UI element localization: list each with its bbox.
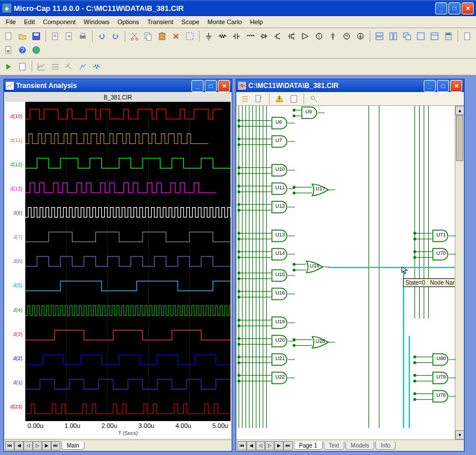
tab-text[interactable]: Text bbox=[324, 442, 344, 450]
doc4-icon[interactable] bbox=[2, 44, 15, 56]
gate-u21[interactable]: U21 bbox=[271, 353, 296, 366]
calc-icon[interactable] bbox=[442, 30, 455, 43]
delete-icon[interactable] bbox=[170, 30, 182, 43]
doc1-icon[interactable] bbox=[49, 30, 62, 43]
ground-icon[interactable] bbox=[202, 30, 215, 43]
tile-h-icon[interactable] bbox=[373, 30, 386, 43]
next-button[interactable]: ▷ bbox=[265, 441, 274, 450]
prev-page-button[interactable]: ◀ bbox=[247, 441, 256, 450]
menu-options[interactable]: Options bbox=[114, 17, 143, 26]
child-maximize-button[interactable]: □ bbox=[205, 80, 217, 92]
next-button[interactable]: ▷ bbox=[33, 441, 42, 450]
select-icon[interactable] bbox=[183, 30, 196, 43]
menu-file[interactable]: File bbox=[2, 17, 20, 26]
gate-u17[interactable]: U17 bbox=[311, 183, 336, 197]
maximize-button[interactable]: □ bbox=[448, 2, 460, 14]
child-minimize-button[interactable]: _ bbox=[424, 80, 436, 92]
probe-icon[interactable] bbox=[308, 93, 320, 105]
window-icon[interactable] bbox=[414, 30, 427, 43]
gate-u16[interactable]: U16 bbox=[271, 287, 296, 301]
child-close-button[interactable]: ✕ bbox=[218, 80, 230, 92]
doc3-icon[interactable] bbox=[461, 30, 474, 43]
source-icon[interactable] bbox=[313, 30, 325, 43]
next-page-button[interactable]: ▶ bbox=[274, 441, 283, 450]
cascade-icon[interactable] bbox=[401, 30, 413, 43]
gate-u13[interactable]: U13 bbox=[271, 229, 296, 243]
page2-icon[interactable] bbox=[287, 93, 300, 105]
print-icon[interactable] bbox=[76, 30, 89, 43]
gate-u12[interactable]: U12 bbox=[271, 200, 296, 214]
inductor-icon[interactable] bbox=[244, 30, 256, 43]
doc2-icon[interactable] bbox=[63, 30, 75, 43]
menu-edit[interactable]: Edit bbox=[21, 17, 39, 26]
edit-icon[interactable] bbox=[253, 93, 266, 105]
page-icon[interactable] bbox=[16, 60, 29, 73]
prev-button[interactable]: ◁ bbox=[256, 441, 265, 450]
scrollbar-thumb[interactable] bbox=[456, 115, 463, 161]
tab-page1[interactable]: Page 1 bbox=[294, 442, 323, 450]
open-icon[interactable] bbox=[16, 30, 29, 43]
gate-u71[interactable]: U71 bbox=[432, 229, 457, 243]
gate-u79[interactable]: U79 bbox=[432, 371, 457, 385]
first-page-button[interactable]: ⏮ bbox=[237, 441, 247, 450]
gate-u15[interactable]: U15 bbox=[271, 269, 296, 282]
gate-u19[interactable]: U19 bbox=[271, 316, 296, 330]
gate-u80[interactable]: U80 bbox=[432, 353, 457, 366]
tile-v-icon[interactable] bbox=[387, 30, 400, 43]
waveform-canvas[interactable] bbox=[25, 102, 231, 421]
next-page-button[interactable]: ▶ bbox=[42, 441, 51, 450]
gate-u18[interactable]: U18 bbox=[305, 260, 331, 274]
capacitor-icon[interactable] bbox=[230, 30, 243, 43]
first-page-button[interactable]: ⏮ bbox=[5, 441, 14, 450]
battery-icon[interactable] bbox=[327, 30, 339, 43]
last-page-button[interactable]: ⏭ bbox=[283, 441, 293, 450]
last-page-button[interactable]: ⏭ bbox=[51, 441, 60, 450]
window2-icon[interactable] bbox=[428, 30, 441, 43]
list-icon[interactable] bbox=[239, 93, 251, 105]
schematic-canvas[interactable]: State=0 : Node Names= ▲ ▼ U9U6U7U10U11U1… bbox=[236, 106, 464, 439]
child-maximize-button[interactable]: □ bbox=[437, 80, 449, 92]
gate-u10[interactable]: U10 bbox=[271, 163, 296, 177]
scroll-down-button[interactable]: ▼ bbox=[455, 430, 464, 439]
vsource-icon[interactable]: ~ bbox=[340, 30, 353, 43]
isource-icon[interactable] bbox=[354, 30, 367, 43]
tab-main[interactable]: Main bbox=[62, 442, 85, 450]
help-icon[interactable]: ? bbox=[16, 44, 29, 56]
prev-button[interactable]: ◁ bbox=[24, 441, 33, 450]
new-icon[interactable] bbox=[2, 30, 15, 43]
gate-u70[interactable]: U70 bbox=[432, 247, 457, 261]
warning-icon[interactable]: ! bbox=[273, 93, 286, 105]
tool3-icon[interactable] bbox=[90, 60, 103, 73]
globe-icon[interactable] bbox=[30, 44, 43, 56]
copy-icon[interactable] bbox=[142, 30, 155, 43]
menu-scope[interactable]: Scope bbox=[178, 17, 203, 26]
undo-icon[interactable] bbox=[95, 30, 108, 43]
paste-icon[interactable] bbox=[156, 30, 168, 43]
gate-u22[interactable]: U22 bbox=[271, 371, 296, 385]
menu-transient[interactable]: Transient bbox=[144, 17, 176, 26]
redo-icon[interactable] bbox=[109, 30, 122, 43]
options-icon[interactable] bbox=[49, 60, 62, 73]
child-close-button[interactable]: ✕ bbox=[450, 80, 462, 92]
child-minimize-button[interactable]: _ bbox=[191, 80, 204, 92]
gate-u6[interactable]: U6 bbox=[271, 116, 296, 130]
gate-u78[interactable]: U78 bbox=[432, 389, 457, 403]
diode-icon[interactable] bbox=[258, 30, 270, 43]
gate-u7[interactable]: U7 bbox=[271, 135, 296, 148]
tab-models[interactable]: Models bbox=[346, 442, 374, 450]
opamp-icon[interactable] bbox=[299, 30, 312, 43]
menu-windows[interactable]: Windows bbox=[80, 17, 113, 26]
tab-info[interactable]: Info bbox=[375, 442, 396, 450]
menu-help[interactable]: Help bbox=[247, 17, 267, 26]
chart-icon[interactable] bbox=[35, 60, 48, 73]
tool2-icon[interactable] bbox=[76, 60, 89, 73]
menu-component[interactable]: Component bbox=[40, 17, 79, 26]
gate-u14[interactable]: U14 bbox=[271, 247, 296, 261]
scroll-up-button[interactable]: ▲ bbox=[455, 106, 464, 115]
resistor-icon[interactable] bbox=[216, 30, 229, 43]
save-icon[interactable] bbox=[30, 30, 43, 43]
minimize-button[interactable]: _ bbox=[435, 2, 447, 14]
tool1-icon[interactable] bbox=[63, 60, 75, 73]
close-button[interactable]: ✕ bbox=[462, 2, 474, 14]
gate-u9[interactable]: U9 bbox=[301, 106, 326, 120]
